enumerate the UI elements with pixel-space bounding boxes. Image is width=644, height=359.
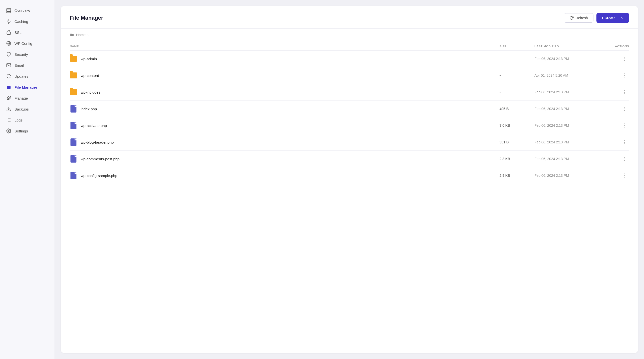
file-name: index.php bbox=[81, 107, 97, 111]
sidebar-item-label: Overview bbox=[14, 8, 30, 13]
file-size: 351 B bbox=[500, 140, 534, 144]
more-actions-button[interactable]: ⋮ bbox=[620, 122, 629, 129]
wordpress-icon bbox=[6, 40, 12, 46]
file-date: Feb 06, 2024 2:13 PM bbox=[534, 124, 599, 128]
header-actions: Refresh + Create bbox=[564, 13, 629, 23]
more-actions-button[interactable]: ⋮ bbox=[620, 106, 629, 112]
svg-marker-6 bbox=[7, 20, 11, 24]
sidebar-item-security[interactable]: Security bbox=[0, 49, 54, 60]
file-actions: ⋮ bbox=[599, 156, 629, 162]
sidebar-item-label: Manage bbox=[14, 96, 28, 100]
sidebar-item-label: Settings bbox=[14, 129, 28, 133]
file-actions: ⋮ bbox=[599, 56, 629, 62]
sidebar-item-label: Email bbox=[14, 63, 24, 68]
file-name-cell: wp-activate.php bbox=[70, 122, 500, 129]
file-name: wp-content bbox=[81, 74, 99, 78]
sidebar-item-wp-config[interactable]: WP Config bbox=[0, 38, 54, 49]
sidebar-item-overview[interactable]: Overview bbox=[0, 5, 54, 16]
more-actions-button[interactable]: ⋮ bbox=[620, 56, 629, 62]
breadcrumb-home[interactable]: Home bbox=[76, 33, 86, 37]
file-name-cell: wp-blog-header.php bbox=[70, 138, 500, 146]
breadcrumb-separator: › bbox=[88, 33, 89, 37]
file-name: wp-comments-post.php bbox=[81, 157, 120, 161]
table-header: NAME SIZE LAST MODIFIED ACTIONS bbox=[70, 41, 629, 50]
breadcrumb: Home › bbox=[61, 29, 638, 41]
refresh-icon bbox=[6, 74, 12, 79]
svg-rect-9 bbox=[7, 64, 11, 67]
sidebar-item-settings[interactable]: Settings bbox=[0, 126, 54, 136]
file-actions: ⋮ bbox=[599, 89, 629, 95]
table-row: wp-comments-post.php 2.3 KB Feb 06, 2024… bbox=[70, 150, 629, 167]
create-button-label: + Create bbox=[602, 16, 615, 20]
download-icon bbox=[6, 106, 12, 112]
file-date: Apr 01, 2024 5:20 AM bbox=[534, 74, 599, 78]
file-name-cell: wp-includes bbox=[70, 88, 500, 96]
col-actions: ACTIONS bbox=[599, 45, 629, 48]
sidebar-item-label: Caching bbox=[14, 20, 28, 24]
folder-icon bbox=[70, 88, 77, 96]
file-date: Feb 06, 2024 2:13 PM bbox=[534, 57, 599, 61]
more-actions-button[interactable]: ⋮ bbox=[620, 139, 629, 146]
file-actions: ⋮ bbox=[599, 72, 629, 79]
server-icon bbox=[6, 8, 12, 13]
file-name-cell: wp-comments-post.php bbox=[70, 155, 500, 162]
svg-point-3 bbox=[10, 9, 10, 10]
file-date: Feb 06, 2024 2:13 PM bbox=[534, 174, 599, 178]
sidebar-item-manage[interactable]: Manage bbox=[0, 92, 54, 104]
folder-icon bbox=[70, 72, 77, 79]
sidebar-item-ssl[interactable]: SSL bbox=[0, 27, 54, 38]
php-file-icon bbox=[70, 172, 77, 179]
svg-rect-7 bbox=[7, 32, 11, 34]
file-date: Feb 06, 2024 2:13 PM bbox=[534, 90, 599, 94]
php-file-icon bbox=[70, 105, 77, 112]
more-actions-button[interactable]: ⋮ bbox=[620, 72, 629, 79]
table-row: wp-config-sample.php 2.9 KB Feb 06, 2024… bbox=[70, 167, 629, 184]
create-divider bbox=[618, 16, 618, 20]
file-name: wp-includes bbox=[81, 90, 100, 94]
sidebar-item-label: File Manager bbox=[14, 85, 37, 90]
sidebar-item-label: Security bbox=[14, 52, 28, 56]
file-date: Feb 06, 2024 2:13 PM bbox=[534, 107, 599, 111]
file-actions: ⋮ bbox=[599, 172, 629, 179]
lock-icon bbox=[6, 30, 12, 35]
file-actions: ⋮ bbox=[599, 106, 629, 112]
sidebar-item-logs[interactable]: Logs bbox=[0, 114, 54, 126]
file-name: wp-admin bbox=[81, 57, 97, 61]
file-name: wp-activate.php bbox=[81, 124, 107, 128]
refresh-button[interactable]: Refresh bbox=[564, 13, 594, 23]
php-file-icon bbox=[70, 122, 77, 129]
file-size: - bbox=[500, 74, 534, 78]
table-row: wp-includes - Feb 06, 2024 2:13 PM ⋮ bbox=[70, 84, 629, 100]
sidebar-item-file-manager[interactable]: File Manager bbox=[0, 82, 54, 92]
table-row: wp-activate.php 7.0 KB Feb 06, 2024 2:13… bbox=[70, 117, 629, 134]
file-size: 7.0 KB bbox=[500, 124, 534, 128]
file-actions: ⋮ bbox=[599, 139, 629, 146]
more-actions-button[interactable]: ⋮ bbox=[620, 89, 629, 95]
svg-point-17 bbox=[8, 130, 10, 132]
sidebar-item-label: WP Config bbox=[14, 41, 32, 46]
file-size: - bbox=[500, 90, 534, 94]
folder-open-icon bbox=[6, 84, 12, 90]
table-row: index.php 405 B Feb 06, 2024 2:13 PM ⋮ bbox=[70, 100, 629, 117]
sidebar-item-updates[interactable]: Updates bbox=[0, 71, 54, 82]
create-button[interactable]: + Create bbox=[596, 13, 629, 23]
more-actions-button[interactable]: ⋮ bbox=[620, 156, 629, 162]
sidebar-item-backups[interactable]: Backups bbox=[0, 104, 54, 114]
sidebar-item-label: SSL bbox=[14, 30, 22, 34]
file-name-cell: wp-admin bbox=[70, 55, 500, 62]
sidebar-item-caching[interactable]: Caching bbox=[0, 16, 54, 27]
more-actions-button[interactable]: ⋮ bbox=[620, 172, 629, 179]
bolt-icon bbox=[6, 19, 12, 24]
page-title: File Manager bbox=[70, 15, 103, 21]
file-table: NAME SIZE LAST MODIFIED ACTIONS wp-admin… bbox=[61, 41, 638, 353]
col-modified: LAST MODIFIED bbox=[534, 45, 599, 48]
sidebar-item-email[interactable]: Email bbox=[0, 60, 54, 71]
file-size: 2.3 KB bbox=[500, 157, 534, 161]
file-name: wp-blog-header.php bbox=[81, 140, 114, 144]
refresh-button-icon bbox=[570, 16, 574, 20]
col-name: NAME bbox=[70, 45, 500, 48]
table-row: wp-admin - Feb 06, 2024 2:13 PM ⋮ bbox=[70, 50, 629, 67]
file-date: Feb 06, 2024 2:13 PM bbox=[534, 157, 599, 161]
file-actions: ⋮ bbox=[599, 122, 629, 129]
file-size: 405 B bbox=[500, 107, 534, 111]
